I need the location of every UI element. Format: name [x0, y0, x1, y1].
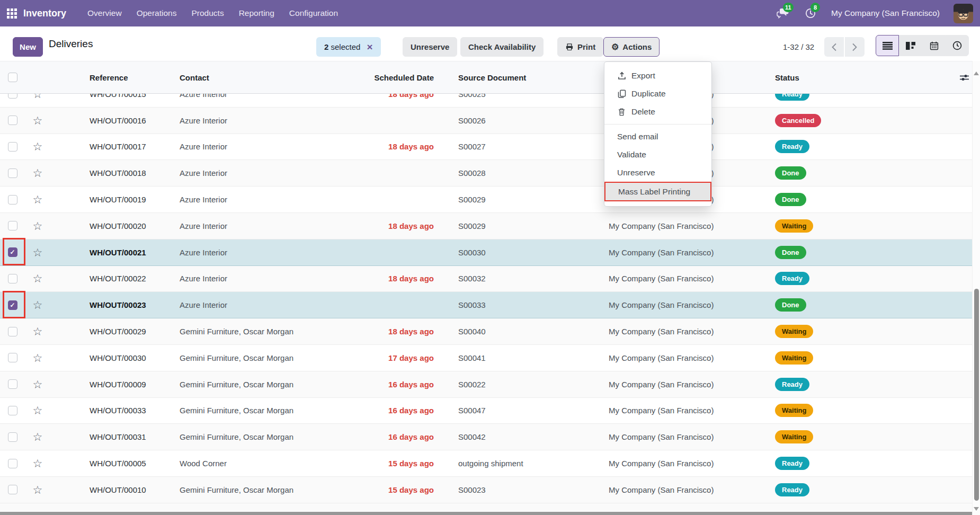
menu-item-delete[interactable]: Delete [604, 103, 711, 121]
favorite-star-icon[interactable]: ☆ [25, 194, 50, 205]
company-switcher[interactable]: My Company (San Francisco) [831, 8, 940, 18]
export-icon [617, 72, 626, 80]
menu-item-export[interactable]: Export [604, 67, 711, 85]
apps-grid-icon[interactable] [0, 0, 23, 26]
nav-menu-operations[interactable]: Operations [129, 0, 184, 26]
favorite-star-icon[interactable]: ☆ [25, 352, 50, 363]
user-avatar[interactable] [954, 4, 973, 23]
menu-item-validate[interactable]: Validate [604, 146, 711, 164]
column-header-source-document[interactable]: Source Document [434, 73, 609, 82]
chevron-left-icon [831, 43, 837, 51]
menu-item-send-email[interactable]: Send email [604, 128, 711, 146]
pager-next-button[interactable] [845, 37, 865, 57]
table-row[interactable]: ☆WH/OUT/00016Azure InteriorS00026My Comp… [0, 108, 972, 134]
pager-previous-button[interactable] [824, 37, 844, 57]
nav-menu-configuration[interactable]: Configuration [282, 0, 345, 26]
table-row[interactable]: ☆WH/OUT/00020Azure Interior18 days agoS0… [0, 213, 972, 239]
table-row[interactable]: ☆WH/OUT/00005Wood Corner15 days agooutgo… [0, 450, 972, 477]
table-row[interactable]: ✓☆WH/OUT/00023Azure InteriorS00033My Com… [0, 292, 972, 318]
select-all-checkbox[interactable] [0, 73, 25, 82]
nav-menu-reporting[interactable]: Reporting [231, 0, 282, 26]
row-checkbox[interactable] [0, 406, 25, 415]
app-title[interactable]: Inventory [23, 8, 66, 19]
activities-button[interactable]: 8 [804, 6, 817, 20]
favorite-star-icon[interactable]: ☆ [25, 167, 50, 179]
table-row[interactable]: ☆WH/OUT/00030Gemini Furniture, Oscar Mor… [0, 345, 972, 371]
row-checkbox[interactable] [0, 379, 25, 389]
table-row[interactable]: ☆WH/OUT/00031Gemini Furniture, Oscar Mor… [0, 424, 972, 450]
table-row[interactable]: ☆WH/OUT/00019Azure InteriorS00029My Comp… [0, 187, 972, 213]
activity-view-button[interactable] [946, 35, 969, 56]
row-checkbox[interactable] [0, 485, 25, 494]
row-contact: Azure Interior [180, 195, 338, 204]
favorite-star-icon[interactable]: ☆ [25, 299, 50, 310]
apps-grid-icon [7, 8, 17, 19]
clear-selection-icon[interactable]: × [367, 42, 372, 52]
row-checkbox[interactable] [0, 459, 25, 468]
status-badge: Waiting [775, 430, 813, 443]
menu-item-mass-label-printing[interactable]: Mass Label Printing [604, 182, 711, 201]
favorite-star-icon[interactable]: ☆ [25, 431, 50, 442]
nav-menu-products[interactable]: Products [184, 0, 231, 26]
column-header-contact[interactable]: Contact [180, 73, 338, 82]
favorite-star-icon[interactable]: ☆ [25, 326, 50, 337]
view-switcher [876, 35, 969, 56]
table-row[interactable]: ✓☆WH/OUT/00021Azure InteriorS00030My Com… [0, 239, 972, 266]
row-checkbox[interactable] [0, 94, 25, 99]
row-checkbox[interactable] [0, 168, 25, 178]
table-row[interactable]: ☆WH/OUT/00009Gemini Furniture, Oscar Mor… [0, 371, 972, 398]
row-status: Ready [773, 378, 959, 391]
favorite-star-icon[interactable]: ☆ [25, 405, 50, 416]
column-header-reference[interactable]: Reference [50, 73, 180, 82]
row-contact: Gemini Furniture, Oscar Morgan [180, 353, 338, 362]
row-checkbox[interactable] [0, 116, 25, 125]
table-row[interactable]: ☆WH/OUT/00015Azure Interior18 days agoS0… [0, 94, 972, 108]
favorite-star-icon[interactable]: ☆ [25, 247, 50, 258]
favorite-star-icon[interactable]: ☆ [25, 458, 50, 469]
print-button[interactable]: Print [557, 37, 603, 57]
favorite-star-icon[interactable]: ☆ [25, 94, 50, 100]
actions-button[interactable]: ⚙ Actions [603, 37, 660, 57]
row-source-document: S00022 [434, 380, 609, 389]
row-checkbox[interactable] [0, 327, 25, 336]
column-header-scheduled-date[interactable]: Scheduled Date [338, 73, 434, 82]
favorite-star-icon[interactable]: ☆ [25, 273, 50, 284]
row-checkbox[interactable] [0, 142, 25, 152]
menu-item-duplicate[interactable]: Duplicate [604, 85, 711, 103]
table-row[interactable]: ☆WH/OUT/00022Azure Interior18 days agoS0… [0, 266, 972, 292]
favorite-star-icon[interactable]: ☆ [25, 220, 50, 232]
menu-item-label: Mass Label Printing [618, 187, 690, 197]
favorite-star-icon[interactable]: ☆ [25, 484, 50, 495]
row-company: My Company (San Francisco) [609, 300, 773, 309]
kanban-view-button[interactable] [899, 35, 922, 56]
scrollbar-thumb[interactable] [974, 289, 979, 501]
status-badge: Waiting [775, 351, 813, 365]
calendar-view-button[interactable] [922, 35, 946, 56]
favorite-star-icon[interactable]: ☆ [25, 141, 50, 152]
favorite-star-icon[interactable]: ☆ [25, 379, 50, 390]
row-checkbox[interactable] [0, 432, 25, 442]
scrollbar-down-arrow-icon[interactable] [974, 507, 979, 511]
new-button[interactable]: New [13, 37, 43, 57]
row-checkbox[interactable] [0, 274, 25, 283]
scrollbar-up-arrow-icon[interactable] [974, 72, 979, 75]
menu-item-unreserve[interactable]: Unreserve [604, 164, 711, 182]
nav-menu-overview[interactable]: Overview [80, 0, 129, 26]
clock-view-icon [952, 41, 962, 50]
list-view-button[interactable] [876, 35, 899, 56]
table-row[interactable]: ☆WH/OUT/00033Gemini Furniture, Oscar Mor… [0, 398, 972, 424]
table-row[interactable]: ☆WH/OUT/00018Azure InteriorS00028My Comp… [0, 160, 972, 187]
row-checkbox[interactable] [0, 195, 25, 205]
unreserve-button[interactable]: Unreserve [403, 37, 457, 57]
table-row[interactable]: ☆WH/OUT/00010Gemini Furniture, Oscar Mor… [0, 477, 972, 503]
table-row[interactable]: ☆WH/OUT/00017Azure Interior18 days agoS0… [0, 134, 972, 161]
favorite-star-icon[interactable]: ☆ [25, 115, 50, 126]
row-source-document: S00030 [434, 248, 609, 257]
row-checkbox[interactable] [0, 353, 25, 362]
row-reference: WH/OUT/00021 [50, 248, 180, 257]
check-availability-button[interactable]: Check Availability [460, 37, 544, 57]
table-row[interactable]: ☆WH/OUT/00029Gemini Furniture, Oscar Mor… [0, 318, 972, 345]
messages-button[interactable]: 11 [776, 6, 790, 20]
row-checkbox[interactable] [0, 221, 25, 230]
column-header-status[interactable]: Status [773, 73, 959, 82]
